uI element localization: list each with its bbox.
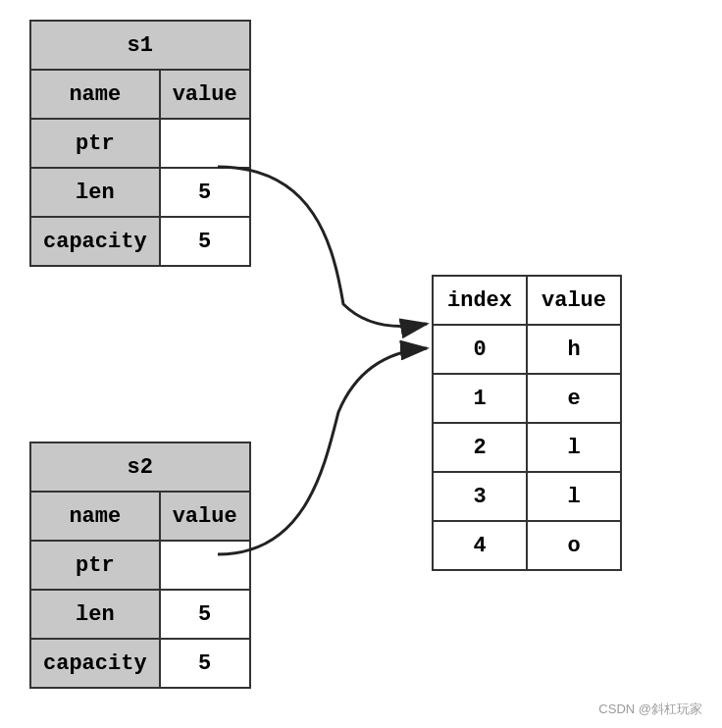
s2-capacity-name: capacity: [30, 639, 160, 688]
s1-header-name: name: [30, 70, 160, 119]
s1-len-value: 5: [160, 168, 250, 217]
s1-title: s1: [30, 21, 250, 70]
s1-capacity-value: 5: [160, 217, 250, 266]
array-row-1-value: e: [527, 374, 621, 423]
s1-len-name: len: [30, 168, 160, 217]
array-row-4-index: 4: [433, 521, 527, 570]
s2-ptr-name: ptr: [30, 541, 160, 590]
array-row-0-value: h: [527, 325, 621, 374]
s2-capacity-value: 5: [160, 639, 250, 688]
array-row-1-index: 1: [433, 374, 527, 423]
watermark: CSDN @斜杠玩家: [598, 701, 702, 718]
s1-capacity-name: capacity: [30, 217, 160, 266]
array-row-2-value: l: [527, 423, 621, 472]
array-row-0-index: 0: [433, 325, 527, 374]
diagram-container: s1 name value ptr len 5 capacity 5 s2 na…: [0, 0, 722, 728]
s2-len-value: 5: [160, 590, 250, 639]
s2-table: s2 name value ptr len 5 capacity 5: [29, 442, 251, 689]
array-row-3-index: 3: [433, 472, 527, 521]
s1-header-value: value: [160, 70, 250, 119]
s1-ptr-value: [160, 119, 250, 168]
s2-ptr-value: [160, 541, 250, 590]
s2-len-name: len: [30, 590, 160, 639]
array-row-4-value: o: [527, 521, 621, 570]
array-table: index value 0 h 1 e 2 l 3 l 4 o: [432, 275, 622, 571]
array-header-index: index: [433, 276, 527, 325]
s2-header-value: value: [160, 492, 250, 541]
array-header-value: value: [527, 276, 621, 325]
s1-table: s1 name value ptr len 5 capacity 5: [29, 20, 251, 267]
array-row-3-value: l: [527, 472, 621, 521]
array-row-2-index: 2: [433, 423, 527, 472]
s2-title: s2: [30, 442, 250, 492]
s1-ptr-name: ptr: [30, 119, 160, 168]
s2-header-name: name: [30, 492, 160, 541]
